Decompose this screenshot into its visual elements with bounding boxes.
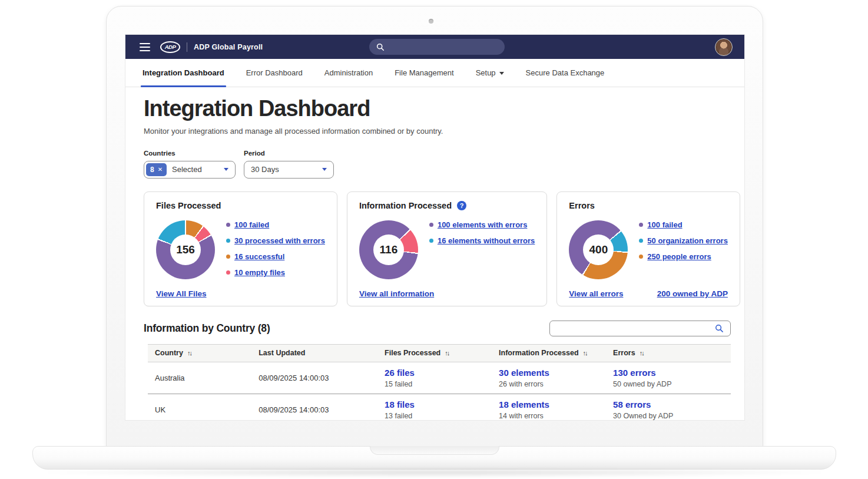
country-table: Country ↑↓ Last Updated Files Processed … [148, 344, 731, 421]
laptop-frame: ADP ADP Global Payroll Integration Dashb… [106, 6, 763, 447]
tab-administration[interactable]: Administration [324, 59, 373, 87]
tab-secure-data-exchange[interactable]: Secure Data Exchange [526, 59, 605, 87]
cell-errors: 130 errors 50 owned by ADP [606, 368, 731, 388]
countries-chip[interactable]: 8 ✕ [146, 163, 167, 176]
cell-country: UK [148, 405, 251, 414]
legend-item: 16 successful [226, 252, 325, 261]
donut-total: 156 [170, 234, 201, 265]
donut-total: 400 [583, 234, 614, 265]
elements-link[interactable]: 18 elements [499, 399, 549, 409]
chip-close-icon[interactable]: ✕ [158, 166, 163, 173]
elements-sub: 26 with errors [499, 380, 606, 388]
legend-link[interactable]: 100 failed [234, 220, 269, 229]
chevron-down-icon [499, 72, 504, 75]
legend-dot [226, 223, 230, 227]
laptop-mockup: ADP ADP Global Payroll Integration Dashb… [0, 0, 868, 479]
table-search-input[interactable] [556, 323, 715, 333]
period-filter: Period 30 Days [244, 150, 334, 179]
legend-item: 100 failed [639, 220, 728, 229]
cell-last-updated: 08/09/2025 14:00:03 [251, 405, 377, 414]
laptop-notch [370, 446, 499, 455]
period-select[interactable]: 30 Days [244, 161, 334, 179]
card-title: Errors [569, 201, 595, 210]
errors-link[interactable]: 130 errors [613, 368, 656, 378]
legend-dot [226, 255, 230, 259]
legend-link[interactable]: 50 organization errors [647, 236, 728, 245]
section-title: Information by Country (8) [144, 322, 270, 335]
col-errors: Errors ↑↓ [606, 349, 731, 357]
global-search-input[interactable] [389, 42, 498, 52]
files-donut-chart: 156 [156, 220, 215, 279]
tab-error-dashboard[interactable]: Error Dashboard [246, 59, 303, 87]
cell-information: 18 elements 14 with errors [492, 399, 606, 420]
files-link[interactable]: 18 files [385, 399, 415, 409]
files-link[interactable]: 26 files [385, 368, 415, 378]
period-value: 30 Days [251, 165, 279, 174]
errors-card: Errors 400 100 failed [556, 191, 740, 306]
countries-value: Selected [172, 165, 202, 174]
countries-select[interactable]: 8 ✕ Selected [144, 161, 236, 179]
sort-icon[interactable]: ↑↓ [187, 349, 191, 356]
sort-icon[interactable]: ↑↓ [445, 349, 449, 356]
owned-by-adp-link[interactable]: 200 owned by ADP [657, 289, 728, 298]
cell-last-updated: 08/09/2025 14:00:03 [251, 374, 377, 382]
laptop-base [32, 446, 836, 470]
errors-link[interactable]: 58 errors [613, 399, 651, 409]
errors-sub: 50 owned by ADP [613, 380, 731, 388]
errors-donut-chart: 400 [569, 220, 628, 279]
legend-link[interactable]: 16 elements without errors [438, 236, 535, 245]
cell-country: Australia [148, 374, 251, 382]
cell-files: 18 files 13 failed [377, 399, 492, 420]
global-search[interactable] [369, 39, 505, 55]
card-title: Files Processed [156, 201, 221, 210]
errors-sub: 30 Owned by ADP [613, 412, 731, 420]
legend: 100 failed 30 processed with errors 16 s… [226, 218, 325, 284]
legend-item: 100 elements with errors [429, 220, 535, 229]
countries-filter: Countries 8 ✕ Selected [144, 150, 236, 179]
view-all-errors-link[interactable]: View all errors [569, 289, 623, 298]
page-subtitle: Monitor your integrations and manage all… [144, 127, 731, 136]
col-files-processed: Files Processed ↑↓ [377, 349, 492, 357]
legend-link[interactable]: 30 processed with errors [234, 236, 325, 245]
information-processed-card: Information Processed ? 116 100 elements… [347, 191, 547, 306]
elements-link[interactable]: 30 elements [499, 368, 549, 378]
tab-bar: Integration Dashboard Error Dashboard Ad… [125, 59, 744, 87]
cell-files: 26 files 15 failed [377, 368, 492, 388]
legend-link[interactable]: 100 failed [647, 220, 682, 229]
table-row: Australia 08/09/2025 14:00:03 26 files 1… [148, 362, 731, 394]
tab-file-management[interactable]: File Management [395, 59, 453, 87]
sort-icon[interactable]: ↑↓ [583, 349, 587, 356]
legend-dot [226, 270, 230, 275]
legend-link[interactable]: 10 empty files [234, 268, 285, 277]
legend-dot [429, 239, 433, 243]
view-all-information-link[interactable]: View all information [359, 289, 434, 298]
legend-link[interactable]: 100 elements with errors [438, 220, 527, 229]
page-title: Integration Dashboard [144, 97, 731, 121]
sort-icon[interactable]: ↑↓ [640, 349, 644, 356]
view-all-files-link[interactable]: View All Files [156, 289, 207, 298]
webcam-dot [429, 19, 433, 24]
legend-dot [639, 223, 643, 227]
legend: 100 elements with errors 16 elements wit… [429, 218, 535, 252]
tab-integration-dashboard[interactable]: Integration Dashboard [143, 59, 224, 87]
legend-item: 10 empty files [226, 268, 325, 277]
cell-information: 30 elements 26 with errors [492, 368, 606, 388]
elements-sub: 14 with errors [499, 412, 606, 420]
search-icon[interactable] [715, 324, 724, 333]
chevron-down-icon [322, 168, 327, 171]
legend-link[interactable]: 250 people errors [647, 252, 711, 261]
country-section-header: Information by Country (8) [144, 321, 731, 336]
chevron-down-icon [224, 168, 228, 171]
table-search[interactable] [549, 321, 731, 336]
menu-icon[interactable] [140, 43, 150, 51]
adp-logo: ADP [160, 41, 180, 53]
user-avatar[interactable] [715, 38, 733, 56]
tab-setup[interactable]: Setup [476, 59, 504, 87]
col-last-updated: Last Updated [251, 349, 377, 357]
legend-link[interactable]: 16 successful [234, 252, 284, 261]
filters-row: Countries 8 ✕ Selected Period [144, 150, 731, 179]
legend: 100 failed 50 organization errors 250 pe… [639, 218, 728, 268]
laptop-shadow [41, 468, 827, 477]
donut-total: 116 [373, 234, 404, 265]
help-icon[interactable]: ? [457, 201, 466, 210]
